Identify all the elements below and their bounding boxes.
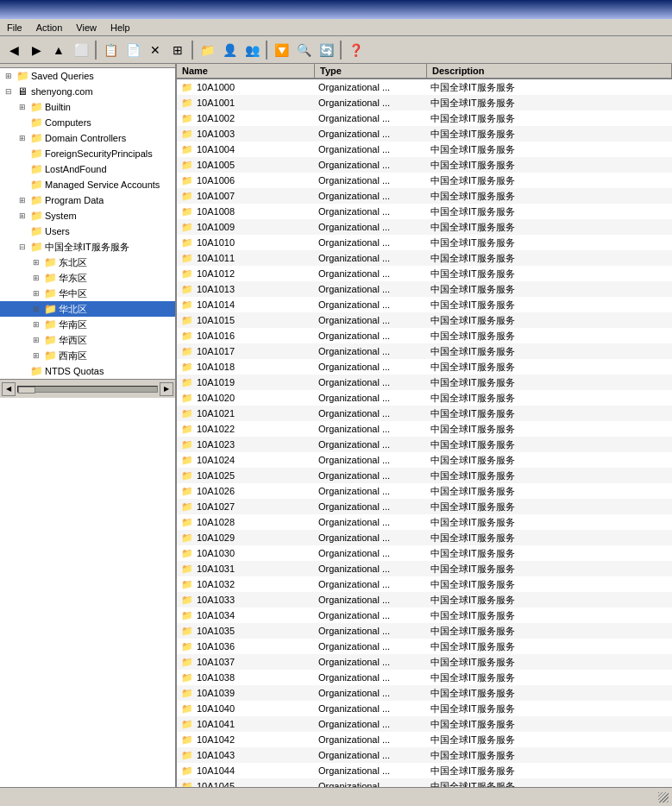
expander-domain-controllers[interactable]: ⊞	[16, 131, 29, 145]
table-row[interactable]: 📁10A1039Organizational ...中国全球IT服务服务	[177, 685, 672, 701]
table-row[interactable]: 📁10A1022Organizational ...中国全球IT服务服务	[177, 421, 672, 437]
table-row[interactable]: 📁10A1038Organizational ...中国全球IT服务服务	[177, 670, 672, 685]
new-user-button[interactable]: 👤	[219, 40, 240, 60]
table-row[interactable]: 📁10A1003Organizational ...中国全球IT服务服务	[177, 126, 672, 142]
expander-huanan[interactable]: ⊞	[29, 318, 43, 331]
table-row[interactable]: 📁10A1010Organizational ...中国全球IT服务服务	[177, 235, 672, 250]
paste-button[interactable]: 📄	[122, 40, 143, 60]
properties-button[interactable]: ⊞	[167, 40, 188, 60]
table-row[interactable]: 📁10A1019Organizational ...中国全球IT服务服务	[177, 375, 672, 390]
table-row[interactable]: 📁10A1045Organizational ...中国全球IT服务服务	[177, 778, 672, 787]
table-row[interactable]: 📁10A1006Organizational ...中国全球IT服务服务	[177, 173, 672, 188]
table-row[interactable]: 📁10A1021Organizational ...中国全球IT服务服务	[177, 406, 672, 421]
up-button[interactable]: ▲	[48, 40, 69, 60]
tree-item-system[interactable]: ⊞📁System	[0, 208, 175, 224]
expander-builtin[interactable]: ⊞	[16, 100, 29, 114]
tree-item-shenyong[interactable]: ⊟🖥shenyong.com	[0, 84, 175, 99]
table-row[interactable]: 📁10A1042Organizational ...中国全球IT服务服务	[177, 732, 672, 747]
table-row[interactable]: 📁10A1024Organizational ...中国全球IT服务服务	[177, 452, 672, 468]
table-row[interactable]: 📁10A1016Organizational ...中国全球IT服务服务	[177, 328, 672, 343]
expander-system[interactable]: ⊞	[16, 209, 29, 223]
expander-china-group[interactable]: ⊟	[16, 240, 29, 254]
table-row[interactable]: 📁10A1035Organizational ...中国全球IT服务服务	[177, 623, 672, 639]
table-row[interactable]: 📁10A1004Organizational ...中国全球IT服务服务	[177, 142, 672, 157]
table-row[interactable]: 📁10A1011Organizational ...中国全球IT服务服务	[177, 250, 672, 266]
tree-item-saved-queries[interactable]: ⊞📁Saved Queries	[0, 68, 175, 84]
tree-item-huazhong[interactable]: ⊞📁华中区	[0, 286, 175, 301]
table-row[interactable]: 📁10A1044Organizational ...中国全球IT服务服务	[177, 763, 672, 778]
help-btn[interactable]: ❓	[345, 40, 366, 60]
show-hide-tree[interactable]: ⬜	[71, 40, 91, 60]
find-button[interactable]: 🔍	[293, 40, 314, 60]
table-row[interactable]: 📁10A1027Organizational ...中国全球IT服务服务	[177, 499, 672, 514]
menu-view[interactable]: View	[72, 22, 100, 34]
table-row[interactable]: 📁10A1001Organizational ...中国全球IT服务服务	[177, 95, 672, 110]
col-header-type[interactable]: Type	[315, 64, 427, 78]
table-row[interactable]: 📁10A1031Organizational ...中国全球IT服务服务	[177, 561, 672, 576]
table-row[interactable]: 📁10A1015Organizational ...中国全球IT服务服务	[177, 312, 672, 328]
expander-xinan[interactable]: ⊞	[29, 349, 43, 362]
table-row[interactable]: 📁10A1000Organizational ...中国全球IT服务服务	[177, 79, 672, 95]
menu-help[interactable]: Help	[107, 22, 134, 34]
table-row[interactable]: 📁10A1033Organizational ...中国全球IT服务服务	[177, 592, 672, 608]
tree-item-china-group[interactable]: ⊟📁中国全球IT服务服务	[0, 239, 175, 255]
table-row[interactable]: 📁10A1034Organizational ...中国全球IT服务服务	[177, 608, 672, 623]
tree-item-users[interactable]: 📁Users	[0, 224, 175, 239]
tree-item-xinan[interactable]: ⊞📁西南区	[0, 348, 175, 363]
delete-button[interactable]: ✕	[145, 40, 166, 60]
table-row[interactable]: 📁10A1013Organizational ...中国全球IT服务服务	[177, 281, 672, 297]
table-row[interactable]: 📁10A1030Organizational ...中国全球IT服务服务	[177, 545, 672, 561]
new-button[interactable]: 📁	[197, 40, 217, 60]
expander-dongdong[interactable]: ⊞	[29, 271, 43, 285]
tree-item-ntds[interactable]: 📁NTDS Quotas	[0, 363, 175, 379]
expander-huazhong[interactable]: ⊞	[29, 287, 43, 300]
menu-file[interactable]: File	[3, 22, 26, 34]
back-button[interactable]: ◀	[3, 40, 24, 60]
col-header-description[interactable]: Description	[427, 64, 672, 78]
tree-item-program-data[interactable]: ⊞📁Program Data	[0, 192, 175, 208]
table-row[interactable]: 📁10A1026Organizational ...中国全球IT服务服务	[177, 483, 672, 499]
table-row[interactable]: 📁10A1032Organizational ...中国全球IT服务服务	[177, 576, 672, 592]
copy-button[interactable]: 📋	[100, 40, 121, 60]
tree-item-lost-found[interactable]: 📁LostAndFound	[0, 161, 175, 177]
tree-item-builtin[interactable]: ⊞📁Builtin	[0, 99, 175, 115]
table-row[interactable]: 📁10A1041Organizational ...中国全球IT服务服务	[177, 716, 672, 732]
filter-button[interactable]: 🔽	[271, 40, 292, 60]
tree-item-foreign-security[interactable]: 📁ForeignSecurityPrincipals	[0, 146, 175, 161]
tree-item-domain-controllers[interactable]: ⊞📁Domain Controllers	[0, 130, 175, 146]
table-row[interactable]: 📁10A1036Organizational ...中国全球IT服务服务	[177, 639, 672, 654]
tree-item-managed-service[interactable]: 📁Managed Service Accounts	[0, 177, 175, 192]
menu-action[interactable]: Action	[33, 22, 66, 34]
tree-item-dongbei[interactable]: ⊞📁东北区	[0, 255, 175, 270]
col-header-name[interactable]: Name	[177, 64, 315, 78]
table-row[interactable]: 📁10A1029Organizational ...中国全球IT服务服务	[177, 530, 672, 545]
table-row[interactable]: 📁10A1012Organizational ...中国全球IT服务服务	[177, 266, 672, 281]
table-row[interactable]: 📁10A1025Organizational ...中国全球IT服务服务	[177, 468, 672, 483]
table-row[interactable]: 📁10A1023Organizational ...中国全球IT服务服务	[177, 437, 672, 452]
forward-button[interactable]: ▶	[26, 40, 47, 60]
expander-huabei[interactable]: ⊞	[29, 302, 43, 316]
tree-item-computers[interactable]: 📁Computers	[0, 115, 175, 130]
tree-hscroll-thumb[interactable]	[18, 387, 35, 394]
refresh-button[interactable]: 🔄	[316, 40, 336, 60]
tree-item-huabei[interactable]: ⊞📁华北区	[0, 301, 175, 317]
table-row[interactable]: 📁10A1002Organizational ...中国全球IT服务服务	[177, 110, 672, 126]
expander-shenyong[interactable]: ⊟	[2, 85, 16, 98]
table-row[interactable]: 📁10A1018Organizational ...中国全球IT服务服务	[177, 359, 672, 375]
expander-program-data[interactable]: ⊞	[16, 193, 29, 207]
table-row[interactable]: 📁10A1014Organizational ...中国全球IT服务服务	[177, 297, 672, 312]
table-row[interactable]: 📁10A1007Organizational ...中国全球IT服务服务	[177, 188, 672, 204]
tree-item-huanan[interactable]: ⊞📁华南区	[0, 317, 175, 332]
new-group-button[interactable]: 👥	[242, 40, 262, 60]
table-row[interactable]: 📁10A1008Organizational ...中国全球IT服务服务	[177, 204, 672, 219]
table-row[interactable]: 📁10A1028Organizational ...中国全球IT服务服务	[177, 514, 672, 530]
table-row[interactable]: 📁10A1043Organizational ...中国全球IT服务服务	[177, 747, 672, 763]
table-row[interactable]: 📁10A1005Organizational ...中国全球IT服务服务	[177, 157, 672, 173]
table-row[interactable]: 📁10A1037Organizational ...中国全球IT服务服务	[177, 654, 672, 670]
table-row[interactable]: 📁10A1020Organizational ...中国全球IT服务服务	[177, 390, 672, 406]
expander-huaxi[interactable]: ⊞	[29, 333, 43, 347]
tree-item-huaxi[interactable]: ⊞📁华西区	[0, 332, 175, 348]
table-row[interactable]: 📁10A1040Organizational ...中国全球IT服务服务	[177, 701, 672, 716]
expander-saved-queries[interactable]: ⊞	[2, 69, 16, 83]
tree-item-dongdong[interactable]: ⊞📁华东区	[0, 270, 175, 286]
